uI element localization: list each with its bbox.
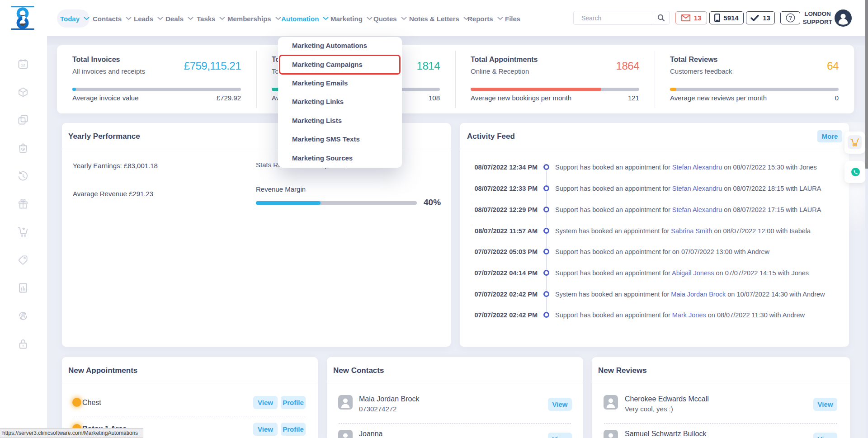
- svg-text:12: 12: [21, 63, 25, 67]
- svg-text:?: ?: [788, 15, 792, 21]
